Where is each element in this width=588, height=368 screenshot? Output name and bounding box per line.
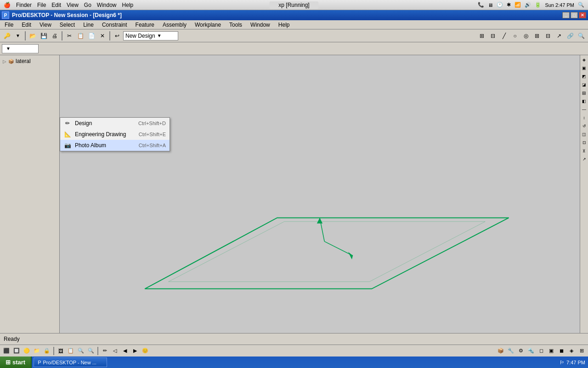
bt-btn-2[interactable]: 🔲 — [12, 346, 21, 356]
photo-shortcut: Ctrl+Shift+A — [139, 143, 166, 148]
mac-menu-finder[interactable]: Finder — [16, 2, 32, 8]
minimize-button[interactable]: _ — [562, 12, 570, 18]
mac-search-icon[interactable]: 🔍 — [578, 2, 584, 8]
bt-btn-3[interactable]: 🟡 — [22, 346, 31, 356]
bt-btn-9[interactable]: ◁ — [110, 346, 119, 356]
menu-view[interactable]: View — [36, 21, 55, 29]
save-btn[interactable]: 💾 — [39, 31, 49, 41]
rp-btn-9[interactable]: ↺ — [581, 122, 588, 130]
bt-btn-4[interactable]: 📁 — [32, 346, 41, 356]
transform-btn[interactable]: ⊞ — [477, 31, 487, 41]
search-btn[interactable]: 🔍 — [576, 31, 586, 41]
menu-workplane[interactable]: Workplane — [191, 21, 225, 29]
bt-btn-8[interactable]: ✏ — [100, 346, 109, 356]
right-panel: ◈ ▣ ◩ ◪ ▤ ◧ ― ↕ ↺ ◫ ⊡ ⊻ ↗ — [580, 55, 588, 333]
bt-btn-11[interactable]: ▶ — [130, 346, 140, 356]
rp-btn-10[interactable]: ◫ — [581, 131, 588, 138]
bt-btn-10[interactable]: ◀ — [120, 346, 130, 356]
new-design-dropdown[interactable]: New Design ▼ — [123, 31, 178, 40]
grid-btn[interactable]: ⊞ — [532, 31, 542, 41]
rp-btn-7[interactable]: ― — [581, 106, 588, 113]
menu-feature[interactable]: Feature — [132, 21, 158, 29]
menu-tools[interactable]: Tools — [226, 21, 246, 29]
menu-help[interactable]: Help — [275, 21, 294, 29]
rp-btn-5[interactable]: ▤ — [581, 89, 588, 97]
menu-window[interactable]: Window — [247, 21, 274, 29]
mac-menu-go[interactable]: Go — [84, 2, 91, 8]
print-btn[interactable]: 🖨 — [50, 31, 60, 41]
rp-btn-4[interactable]: ◪ — [581, 81, 588, 88]
rp-btn-8[interactable]: ↕ — [581, 114, 588, 121]
mac-menu-window[interactable]: Window — [97, 2, 117, 8]
menu-constraint[interactable]: Constraint — [98, 21, 131, 29]
sep3 — [109, 31, 110, 40]
mac-menu-file[interactable]: File — [37, 2, 46, 8]
bt-btn-7[interactable]: 📋 — [66, 346, 75, 356]
apple-menu[interactable]: 🍎 — [4, 2, 11, 8]
bt-btn-15[interactable]: 🔩 — [526, 346, 536, 356]
rp-btn-12[interactable]: ⊻ — [581, 147, 588, 155]
copy-btn[interactable]: 📋 — [75, 31, 85, 41]
rp-btn-13[interactable]: ↗ — [581, 155, 588, 163]
bt-zoom-in[interactable]: 🔍 — [76, 346, 85, 356]
mirror-btn[interactable]: ⊟ — [543, 31, 553, 41]
dropdown-item-design[interactable]: ✏ Design Ctrl+Shift+D — [60, 118, 170, 129]
paste-btn[interactable]: 📄 — [86, 31, 96, 41]
rotate-btn[interactable]: ◎ — [521, 31, 531, 41]
circle-btn[interactable]: ○ — [510, 31, 520, 41]
menu-assembly[interactable]: Assembly — [159, 21, 190, 29]
taskbar-app-icon: P — [38, 360, 41, 365]
undo-btn[interactable]: ↩ — [112, 31, 122, 41]
maximize-button[interactable]: □ — [571, 12, 578, 18]
start-button[interactable]: ⊞ start — [0, 356, 32, 368]
bt-btn-13[interactable]: 🔧 — [506, 346, 515, 356]
menu-file[interactable]: File — [1, 21, 17, 29]
canvas-area[interactable]: ✏ Design Ctrl+Shift+D 📐 Engineering Draw… — [60, 55, 580, 333]
tree-item-label: lateral — [16, 58, 31, 64]
bt-emoji[interactable]: 😊 — [141, 346, 150, 356]
taskbar-app-item[interactable]: P Pro/DESKTOP - New ... — [34, 357, 107, 367]
tree-item-icon: 📦 — [8, 59, 14, 64]
rp-btn-6[interactable]: ◧ — [581, 98, 588, 105]
bt-btn-14[interactable]: ⚙ — [516, 346, 526, 356]
bt-btn-5[interactable]: 🔒 — [42, 346, 51, 356]
menu-select[interactable]: Select — [56, 21, 79, 29]
link-btn[interactable]: 🔗 — [565, 31, 575, 41]
rp-btn-11[interactable]: ⊡ — [581, 139, 588, 146]
bt-btn-16[interactable]: ◻ — [537, 346, 546, 356]
mac-menu-view[interactable]: View — [67, 2, 79, 8]
dropdown-item-photo[interactable]: 📷 Photo Album Ctrl+Shift+A — [60, 140, 170, 151]
svg-marker-0 — [145, 218, 509, 288]
bt-btn-12[interactable]: 📦 — [496, 346, 505, 356]
bt-btn-18[interactable]: ◼ — [557, 346, 566, 356]
menu-line[interactable]: Line — [79, 21, 97, 29]
bt-btn-19[interactable]: ◈ — [567, 346, 576, 356]
rp-btn-2[interactable]: ▣ — [581, 64, 588, 72]
line-btn[interactable]: ╱ — [499, 31, 509, 41]
cut-btn[interactable]: ✂ — [64, 31, 74, 41]
bt-btn-1[interactable]: ⬛ — [2, 346, 11, 356]
toolbar-1: 🔑 ▼ 📂 💾 🖨 ✂ 📋 📄 ✕ ↩ New Design ▼ ⊞ ⊟ ╱ ○… — [0, 29, 588, 42]
dropdown-item-engineering[interactable]: 📐 Engineering Drawing Ctrl+Shift+E — [60, 129, 170, 140]
mac-menu-edit[interactable]: Edit — [51, 2, 61, 8]
bt-btn-17[interactable]: ▣ — [547, 346, 556, 356]
close-button[interactable]: ✕ — [579, 12, 586, 18]
bt-btn-20[interactable]: ⊞ — [577, 346, 586, 356]
bt-btn-6[interactable]: 🖼 — [56, 346, 65, 356]
design-icon: ✏ — [64, 120, 71, 127]
view-dropdown[interactable]: ▼ — [2, 44, 39, 53]
rp-btn-1[interactable]: ◈ — [581, 56, 588, 63]
canvas-svg — [60, 55, 580, 333]
dropdown-arrow-btn[interactable]: ▼ — [13, 31, 23, 41]
path-btn[interactable]: ↗ — [554, 31, 564, 41]
rp-btn-3[interactable]: ◩ — [581, 73, 588, 80]
mac-menu-help[interactable]: Help — [122, 2, 134, 8]
bt-zoom-out[interactable]: 🔍 — [86, 346, 96, 356]
tree-item-lateral[interactable]: ▷ 📦 lateral — [1, 57, 58, 65]
new-btn[interactable]: 🔑 — [2, 31, 12, 41]
menu-edit[interactable]: Edit — [18, 21, 35, 29]
taskbar-app-label: Pro/DESKTOP - New ... — [43, 360, 96, 365]
delete-btn[interactable]: ✕ — [97, 31, 107, 41]
open-btn[interactable]: 📂 — [28, 31, 38, 41]
align-btn[interactable]: ⊟ — [488, 31, 498, 41]
